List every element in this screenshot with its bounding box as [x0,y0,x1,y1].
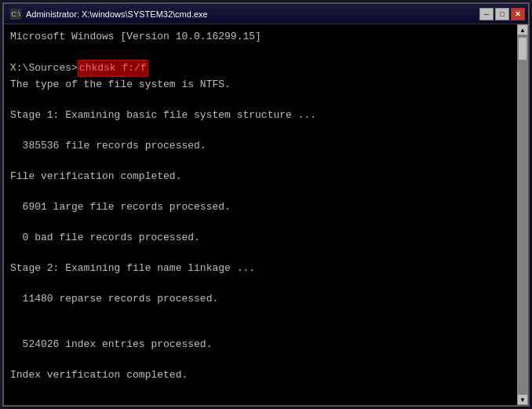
titlebar: C:\ Administrator: X:\windows\SYSTEM32\c… [4,4,528,24]
line-stage1: Stage 1: Examining basic file system str… [10,108,511,123]
line-stage2: Stage 2: Examining file name linkage ... [10,261,511,276]
line-blank-7 [10,245,511,261]
line-blank-4 [10,153,511,169]
line-blank-8 [10,276,511,291]
line-file-verify: File verification completed. [10,169,511,184]
line-blank-6 [10,214,511,230]
line-large-records: 6901 large file records processed. [10,199,511,215]
line-command: X:\Sources>chkdsk f:/f [10,60,511,77]
window-title: Administrator: X:\windows\SYSTEM32\cmd.e… [26,9,208,19]
line-blank-11 [10,352,511,368]
cmd-highlight: chkdsk f:/f [78,60,148,77]
line-ntfs: The type of the file system is NTFS. [10,77,511,93]
maximize-button[interactable]: □ [495,8,509,20]
scrollbar-thumb[interactable] [518,37,527,60]
line-index-entries: 524026 index entries processed. [10,337,511,352]
line-reparse: 11480 reparse records processed. [10,291,511,307]
scrollbar[interactable]: ▲ ▼ [517,24,528,405]
scrollbar-track[interactable] [517,35,528,394]
line-blank-10 [10,322,511,338]
cmd-window: C:\ Administrator: X:\windows\SYSTEM32\c… [2,2,530,407]
line-file-records: 385536 file records processed. [10,138,511,154]
minimize-button[interactable]: ─ [479,8,494,20]
line-blank-1 [10,45,511,60]
line-blank-2 [10,92,511,108]
scroll-down-button[interactable]: ▼ [517,394,528,405]
line-blank-5 [10,184,511,199]
titlebar-controls: ─ □ ✕ [479,8,525,20]
content-area: Microsoft Windows [Version 10.0.16299.15… [4,24,528,405]
cmd-prompt: X:\Sources> [10,60,78,76]
line-blank-3 [10,122,511,138]
titlebar-title: C:\ Administrator: X:\windows\SYSTEM32\c… [10,9,208,20]
scroll-up-button[interactable]: ▲ [517,24,528,35]
line-blank-9 [10,306,511,322]
close-button[interactable]: ✕ [511,8,525,20]
terminal-output[interactable]: Microsoft Windows [Version 10.0.16299.15… [4,24,517,405]
cmd-icon: C:\ [10,9,21,20]
line-bad-records: 0 bad file records processed. [10,230,511,246]
line-1: Microsoft Windows [Version 10.0.16299.15… [10,29,511,45]
line-index-verify: Index verification completed. [10,367,511,383]
